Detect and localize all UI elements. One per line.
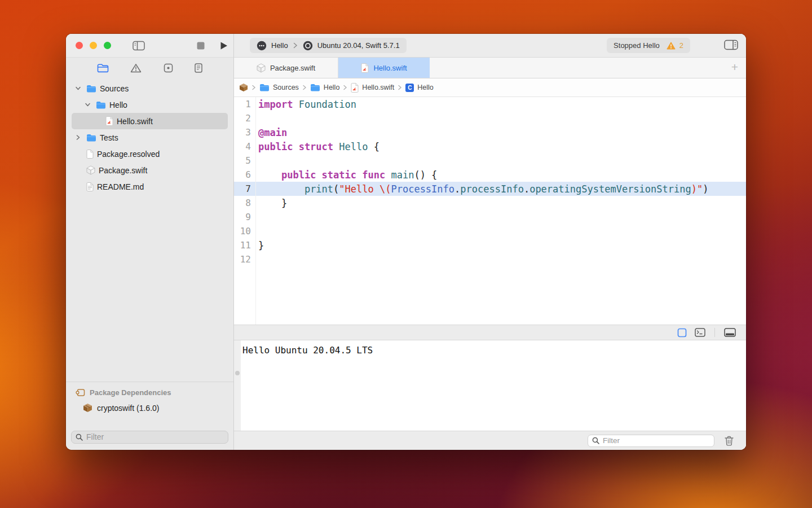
code-line-1[interactable]: 1import Foundation: [234, 97, 746, 111]
code-line-11[interactable]: 11}: [234, 238, 746, 252]
editor-tab-bar: Package.swiftHello.swift+: [234, 58, 746, 78]
toggle-inspector-button[interactable]: [724, 40, 738, 52]
console-filter-bar: Filter: [234, 431, 746, 450]
main-area: Hello Ubuntu 20.04, Swift 5.7.1 Stopped …: [234, 34, 746, 450]
hide-debug-area-button[interactable]: [724, 328, 736, 337]
disclosure-slot[interactable]: [75, 134, 86, 141]
stop-button[interactable]: [197, 42, 205, 50]
dependency-item-cryptoswift[interactable]: cryptoswift (1.6.0): [66, 400, 233, 416]
file-label: Package.resolved: [97, 150, 160, 159]
code-line-12[interactable]: 12: [234, 252, 746, 266]
zoom-window-button[interactable]: [104, 42, 111, 49]
line-content: public static func main() {: [258, 169, 437, 181]
run-destination-icon: [303, 41, 313, 51]
toggle-sidebar-button[interactable]: [133, 41, 145, 51]
sidebar-empty-area: [66, 195, 233, 382]
code-line-9[interactable]: 9: [234, 210, 746, 224]
file-label: Tests: [100, 133, 118, 142]
file-tree-item-tests[interactable]: Tests: [72, 129, 228, 146]
navigator-tab-issue-navigator-warning-icon[interactable]: [130, 63, 142, 73]
breadcrumb-label: Hello: [324, 84, 340, 91]
show-console-button[interactable]: [695, 328, 705, 337]
debug-area-bar: [234, 325, 746, 340]
line-content: }: [258, 240, 264, 251]
navigator-tab-bar: [66, 58, 233, 78]
sidebar-filter-input[interactable]: Filter: [71, 431, 228, 444]
console-filter-input[interactable]: Filter: [588, 435, 714, 447]
scheme-selector[interactable]: Hello Ubuntu 20.04, Swift 5.7.1: [250, 38, 407, 53]
folder-icon: [259, 84, 270, 91]
breadcrumb-chevron-icon: [302, 85, 307, 90]
run-button[interactable]: [219, 41, 228, 50]
disclosure-slot[interactable]: [85, 102, 96, 108]
line-number: 11: [234, 240, 251, 251]
line-number: 9: [234, 212, 251, 222]
code-line-2[interactable]: 2: [234, 111, 746, 125]
navigator-tab-breakpoint-navigator-icon[interactable]: [164, 63, 173, 73]
file-tree-item-readme-md[interactable]: README.md: [72, 178, 228, 195]
file-label: Package.swift: [99, 166, 147, 175]
line-content: }: [258, 198, 287, 209]
code-line-3[interactable]: 3@main: [234, 125, 746, 139]
folder-icon: [96, 101, 106, 109]
code-line-4[interactable]: 4public struct Hello {: [234, 139, 746, 154]
breadcrumb-item-hello[interactable]: Hello: [310, 84, 340, 91]
swift-file-icon: [361, 63, 369, 73]
add-tab-button[interactable]: +: [731, 61, 746, 75]
console-filter-placeholder: Filter: [603, 436, 620, 445]
resize-handle-dot: [235, 371, 240, 375]
code-line-7[interactable]: 7 print("Hello \(ProcessInfo.processInfo…: [234, 182, 746, 196]
code-line-10[interactable]: 10: [234, 224, 746, 238]
show-variables-view-button[interactable]: [677, 328, 687, 338]
code-line-5[interactable]: 5: [234, 154, 746, 168]
file-tree-item-package-resolved[interactable]: Package.resolved: [72, 146, 228, 162]
editor-tab-hello-swift[interactable]: Hello.swift: [338, 58, 430, 78]
navigator-tab-report-navigator-icon[interactable]: [195, 63, 202, 73]
file-tree-item-hello-swift[interactable]: Hello.swift: [72, 113, 228, 129]
sidebar-filter-bar: Filter: [66, 424, 233, 450]
activity-status[interactable]: Stopped Hello 2: [607, 38, 690, 53]
file-label: README.md: [97, 182, 144, 191]
disclosure-slot[interactable]: [75, 85, 86, 91]
file-tree-item-sources[interactable]: Sources: [72, 80, 228, 97]
minimize-window-button[interactable]: [90, 42, 97, 49]
breadcrumb-item-hello[interactable]: CHello: [405, 84, 434, 92]
file-label: Hello.swift: [117, 117, 153, 126]
code-editor[interactable]: 1import Foundation23@main4public struct …: [234, 97, 746, 325]
navigator-tab-project-navigator-folder-icon[interactable]: [97, 64, 109, 73]
debug-console[interactable]: Hello Ubuntu 20.04.5 LTS: [234, 340, 746, 431]
file-label: Sources: [100, 84, 129, 93]
editor-tab-package-swift[interactable]: Package.swift: [234, 58, 338, 78]
line-number: 3: [234, 127, 251, 138]
breadcrumb-chevron-icon: [398, 85, 402, 90]
scheme-app-icon: [257, 41, 267, 51]
clear-console-button[interactable]: [725, 436, 734, 446]
breadcrumb-item-hello-swift[interactable]: Hello.swift: [351, 83, 394, 93]
breakpoint-navigator-icon: [164, 63, 173, 73]
document-icon: [86, 150, 94, 159]
chevron-down-icon: [85, 102, 91, 108]
folder-icon: [86, 85, 96, 93]
code-line-6[interactable]: 6 public static func main() {: [234, 168, 746, 182]
file-tree-item-package-swift[interactable]: Package.swift: [72, 162, 228, 178]
search-icon: [76, 433, 83, 441]
breadcrumb-chevron-icon: [343, 85, 347, 90]
breadcrumb-item-sources[interactable]: Sources: [259, 84, 299, 91]
breadcrumb-item-root[interactable]: [239, 83, 248, 92]
breadcrumb-label: Hello: [417, 84, 434, 91]
code-line-8[interactable]: 8 }: [234, 196, 746, 210]
breadcrumb-label: Sources: [273, 84, 299, 91]
destination-label: Ubuntu 20.04, Swift 5.7.1: [317, 41, 400, 50]
gutter-separator: [255, 97, 256, 325]
line-number: 8: [234, 198, 251, 208]
close-window-button[interactable]: [76, 42, 83, 49]
console-resize-grip[interactable]: [234, 340, 241, 431]
package-box-icon: [239, 83, 248, 92]
navigator-sidebar: SourcesHelloHello.swiftTestsPackage.reso…: [66, 34, 234, 450]
warning-count: 2: [679, 41, 683, 50]
package-box-icon: [83, 403, 92, 413]
swift-file-icon: [105, 116, 113, 126]
file-tree-item-hello[interactable]: Hello: [72, 97, 228, 113]
line-number: 12: [234, 254, 251, 265]
status-text: Stopped Hello: [614, 41, 660, 50]
